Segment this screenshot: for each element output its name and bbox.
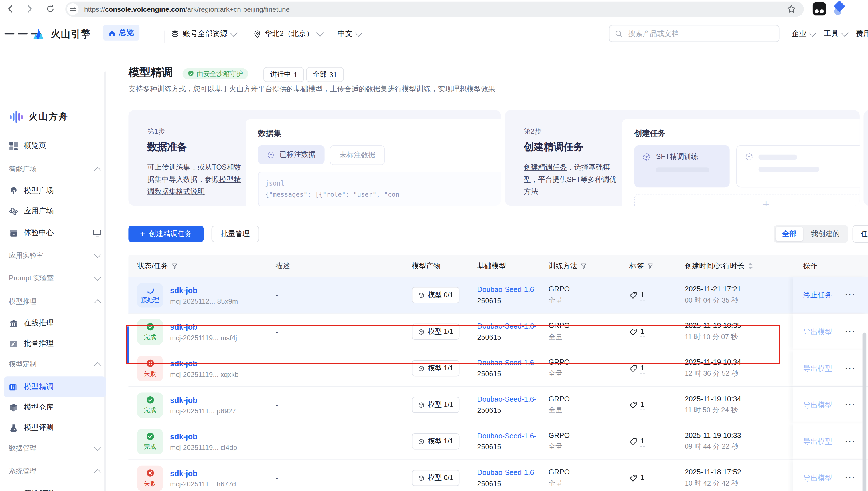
tag-count[interactable]: 1 (640, 290, 645, 300)
terminate-task-link[interactable]: 终止任务 (803, 290, 832, 300)
tile-sft-training[interactable]: SFT精调训练 (634, 145, 730, 187)
sidebar-section-data-management[interactable]: 数据管理 (0, 439, 110, 458)
base-model-link[interactable]: Doubao-Seed-1.6- (477, 468, 542, 476)
base-model-link[interactable]: Doubao-Seed-1.6- (477, 395, 542, 403)
more-actions-icon[interactable]: ··· (845, 437, 856, 445)
header-tags[interactable]: 标签 (623, 261, 678, 271)
sidebar-item-activation-management[interactable]: 开通管理 (0, 483, 110, 491)
sidebar-section-model-customization[interactable]: 模型定制 (0, 354, 110, 373)
export-model-link[interactable]: 导出模型 (803, 436, 832, 446)
overview-tab[interactable]: 总览 (103, 25, 140, 40)
more-actions-icon[interactable]: ··· (845, 401, 856, 409)
base-model-link[interactable]: Doubao-Seed-1.6- (477, 322, 542, 330)
account-scope-dropdown[interactable]: 账号全部资源 (170, 25, 237, 42)
task-name-link[interactable]: sdk-job (170, 395, 197, 404)
reload-icon[interactable] (44, 3, 57, 15)
monitor-icon[interactable] (93, 229, 101, 236)
tag-count[interactable]: 1 (640, 364, 645, 373)
more-actions-icon[interactable]: ··· (845, 291, 856, 299)
table-row[interactable]: 失败 sdk-job mcj-20251119... xqxkb - 模型 1/… (128, 350, 868, 387)
filter-icon[interactable] (647, 263, 653, 269)
more-actions-icon[interactable]: ··· (845, 327, 856, 336)
model-artifact-chip[interactable]: 模型 1/1 (412, 433, 459, 449)
billing-dropdown[interactable]: 费用 (856, 25, 868, 42)
export-model-link[interactable]: 导出模型 (803, 473, 832, 483)
language-dropdown[interactable]: 中文 (338, 25, 361, 42)
header-created-time[interactable]: 创建时间/运行时长 (678, 261, 793, 271)
batch-management-button[interactable]: 批量管理 (212, 226, 259, 242)
base-model-link[interactable]: Doubao-Seed-1.6- (477, 432, 542, 440)
model-artifact-chip[interactable]: 模型 0/1 (412, 287, 459, 303)
vertical-scrollbar[interactable] (863, 333, 867, 491)
sidebar-section-app-lab[interactable]: 应用实验室 (0, 246, 110, 265)
model-artifact-chip[interactable]: 模型 1/1 (412, 360, 459, 376)
more-actions-icon[interactable]: ··· (845, 364, 856, 372)
export-model-link[interactable]: 导出模型 (803, 364, 832, 373)
sidebar-section-model-inference[interactable]: 模型推理 (0, 292, 110, 311)
task-name-link[interactable]: sdk-job (170, 286, 197, 295)
tools-dropdown[interactable]: 工具 (824, 25, 847, 42)
task-name-link[interactable]: sdk-job (170, 322, 197, 331)
sidebar-item-experience-center[interactable]: 体验中心 (0, 222, 110, 243)
sidebar-section-system-management[interactable]: 系统管理 (0, 462, 110, 481)
filter-icon[interactable] (581, 263, 587, 269)
sidebar-item-model-plaza[interactable]: 模型广场 (0, 180, 110, 201)
filter-running-button[interactable]: 进行中1 (264, 67, 304, 82)
sort-icon[interactable] (748, 262, 752, 270)
export-model-link[interactable]: 导出模型 (803, 400, 832, 410)
browser-profile-avatar[interactable] (833, 2, 847, 16)
forward-icon[interactable] (23, 3, 36, 15)
segment-created-by-me[interactable]: 我创建的 (804, 227, 847, 241)
header-status-task[interactable]: 状态/任务 (128, 261, 271, 271)
base-model-link[interactable]: Doubao-Seed-1.6- (477, 358, 542, 367)
sidebar-section-prompt-lab[interactable]: Prompt 实验室 (0, 269, 110, 288)
task-name-link[interactable]: sdk-job (170, 468, 197, 477)
tab-unlabeled-data[interactable]: 未标注数据 (330, 145, 385, 165)
sidebar-item-app-plaza[interactable]: 应用广场 (0, 201, 110, 222)
model-artifact-chip[interactable]: 模型 0/1 (412, 470, 459, 486)
filter-icon[interactable] (172, 263, 177, 269)
create-finetune-task-button[interactable]: + 创建精调任务 (128, 226, 204, 242)
tag-count[interactable]: 1 (640, 473, 645, 483)
back-icon[interactable] (5, 3, 17, 15)
tag-count[interactable]: 1 (640, 326, 645, 337)
ark-product-logo[interactable]: 火山方舟 (9, 107, 69, 127)
sidebar-section-plaza[interactable]: 智能广场 (0, 160, 110, 178)
clipped-toolbar-button[interactable]: 任 (852, 225, 868, 243)
create-finetune-task-link[interactable]: 创建精调任务 (524, 163, 567, 171)
model-artifact-chip[interactable]: 模型 1/1 (412, 397, 459, 413)
search-box[interactable] (609, 25, 779, 42)
task-name-link[interactable]: sdk-job (170, 359, 197, 368)
task-name-link[interactable]: sdk-job (170, 432, 197, 441)
sidebar-item-model-repo[interactable]: 模型仓库 (0, 397, 110, 418)
table-row[interactable]: 完成 sdk-job mcj-20251119... cl4dp - 模型 1/… (128, 423, 868, 460)
tile-other-training[interactable] (736, 145, 860, 187)
segment-all[interactable]: 全部 (776, 227, 803, 241)
sidebar-item-batch-inference[interactable]: 批量推理 (0, 333, 110, 354)
sidebar-item-online-inference[interactable]: 在线推理 (0, 313, 110, 334)
enterprise-dropdown[interactable]: 企业 (792, 25, 815, 42)
search-input[interactable] (627, 29, 763, 38)
sidebar-item-overview[interactable]: 概览页 (0, 135, 110, 156)
sidebar-item-model-finetune[interactable]: 模型精调 (4, 376, 106, 397)
browser-extension-icon[interactable] (813, 2, 826, 16)
region-dropdown[interactable]: 华北2（北京） (253, 25, 322, 42)
more-actions-icon[interactable]: ··· (845, 474, 856, 482)
export-model-link[interactable]: 导出模型 (803, 326, 832, 337)
model-artifact-chip[interactable]: 模型 1/1 (412, 324, 459, 340)
url-bar[interactable]: https://console.volcengine.com/ark/regio… (65, 2, 804, 17)
table-row[interactable]: 预处理 sdk-job mcj-2025112... 85x9m - 模型 0/… (128, 277, 868, 314)
sidebar-item-model-eval[interactable]: 模型评测 (0, 417, 110, 438)
base-model-link[interactable]: Doubao-Seed-1.6- (477, 286, 542, 294)
table-row[interactable]: 完成 sdk-job mcj-20251119... msf4j - 模型 1/… (128, 314, 868, 350)
header-training-method[interactable]: 训练方法 (545, 261, 623, 271)
tab-labeled-data[interactable]: 已标注数据 (258, 145, 324, 164)
site-settings-icon[interactable] (67, 3, 79, 15)
filter-all-button[interactable]: 全部31 (306, 67, 344, 82)
tag-count[interactable]: 1 (640, 400, 645, 410)
table-row[interactable]: 完成 sdk-job mcj-2025111... p8927 - 模型 1/1… (128, 387, 868, 423)
tag-count[interactable]: 1 (640, 436, 645, 446)
add-task-dropzone[interactable]: + (634, 194, 860, 205)
volcengine-logo[interactable]: 火山引擎 (32, 25, 91, 42)
table-row[interactable]: 失败 sdk-job mcj-2025111... h677d - 模型 0/1… (128, 460, 868, 491)
